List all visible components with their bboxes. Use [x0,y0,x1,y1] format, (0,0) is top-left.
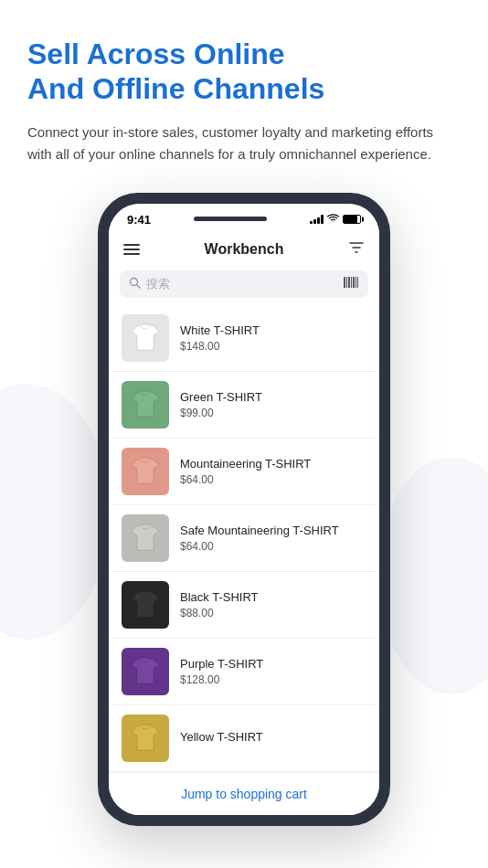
headline: Sell Across Online And Offline Channels [27,37,461,107]
product-price: $148.00 [180,340,366,353]
phone-screen: 9:41 [109,204,379,815]
product-info: Purple T-SHIRT $128.00 [180,657,366,686]
notch-area [194,217,267,221]
battery-icon [343,215,361,224]
search-input[interactable]: 搜索 [146,276,337,292]
product-item[interactable]: White T-SHIRT $148.00 [109,305,379,372]
search-icon [129,277,141,291]
search-bar[interactable]: 搜索 [120,270,368,298]
product-image [122,581,169,629]
status-bar: 9:41 [109,204,379,232]
svg-rect-4 [348,277,350,288]
product-item[interactable]: Mountaineering T-SHIRT $64.00 [109,439,379,505]
phone-mockup: 9:41 [98,193,390,826]
product-info: Safe Mountaineering T-SHIRT $64.00 [180,524,366,553]
product-price: $64.00 [180,540,366,553]
product-price: $128.00 [180,673,366,686]
product-name: Yellow T-SHIRT [180,730,366,744]
product-info: White T-SHIRT $148.00 [180,323,366,353]
headline-line2: And Offline Channels [27,72,324,105]
app-header: Workbench [109,232,379,267]
barcode-icon[interactable] [343,276,359,291]
notch [194,217,267,221]
wifi-icon [327,214,339,225]
status-time: 9:41 [127,213,151,227]
product-image [122,648,169,695]
status-icons [310,214,361,225]
product-item[interactable]: Green T-SHIRT $99.00 [109,372,379,439]
jump-cart-label[interactable]: Jump to shopping cart [181,787,307,801]
product-price: $64.00 [180,473,366,486]
svg-rect-7 [355,277,356,288]
svg-rect-5 [351,277,352,288]
product-name: Purple T-SHIRT [180,657,366,671]
product-info: Yellow T-SHIRT [180,730,366,746]
product-item[interactable]: Safe Mountaineering T-SHIRT $64.00 [109,505,379,572]
product-image [122,314,169,362]
hamburger-menu-icon[interactable] [123,244,140,255]
headline-line1: Sell Across Online [27,37,285,70]
product-price: $88.00 [180,607,366,619]
product-image [122,381,169,429]
product-name: Safe Mountaineering T-SHIRT [180,524,366,537]
product-info: Green T-SHIRT $99.00 [180,390,366,419]
product-info: Black T-SHIRT $88.00 [180,590,366,619]
jump-to-cart[interactable]: Jump to shopping cart [109,772,379,815]
svg-line-1 [137,284,141,288]
subtext: Connect your in-store sales, customer lo… [27,122,461,165]
svg-rect-8 [357,277,358,288]
product-name: Black T-SHIRT [180,590,366,604]
product-info: Mountaineering T-SHIRT $64.00 [180,457,366,486]
signal-icon [310,215,324,224]
product-item[interactable]: Purple T-SHIRT $128.00 [109,639,379,705]
product-list: White T-SHIRT $148.00 Green T-SHIRT $99.… [109,305,379,772]
product-price: $99.00 [180,407,366,419]
svg-rect-3 [346,277,347,288]
svg-rect-2 [344,277,345,288]
product-name: Green T-SHIRT [180,390,366,404]
filter-icon[interactable] [348,239,365,259]
product-image [122,514,169,562]
product-image [122,715,169,762]
svg-rect-6 [353,277,355,288]
product-image [122,448,169,495]
product-name: White T-SHIRT [180,323,366,337]
product-name: Mountaineering T-SHIRT [180,457,366,471]
product-item[interactable]: Black T-SHIRT $88.00 [109,572,379,639]
app-title: Workbench [205,241,284,258]
product-item[interactable]: Yellow T-SHIRT [109,705,379,772]
